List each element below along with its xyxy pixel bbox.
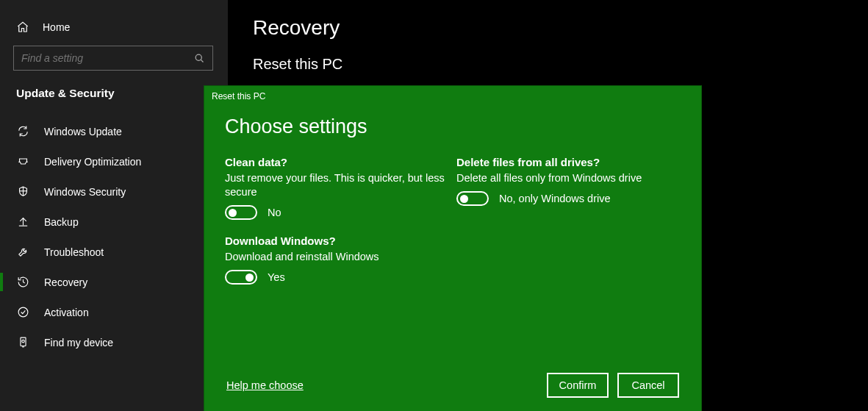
svg-line-1	[201, 60, 203, 62]
wrench-icon	[16, 246, 29, 258]
option-title: Download Windows?	[225, 235, 449, 247]
sidebar-item-find-my-device[interactable]: Find my device	[0, 327, 228, 357]
delivery-icon	[16, 155, 29, 168]
svg-point-8	[21, 340, 24, 343]
clean-data-toggle[interactable]	[225, 205, 257, 220]
sidebar-item-backup[interactable]: Backup	[0, 207, 228, 237]
sidebar-item-troubleshoot[interactable]: Troubleshoot	[0, 237, 228, 267]
shield-icon	[16, 185, 29, 198]
sidebar-item-label: Delivery Optimization	[44, 156, 141, 168]
svg-point-0	[196, 54, 201, 60]
sidebar-item-activation[interactable]: Activation	[0, 297, 228, 327]
sidebar-item-label: Troubleshoot	[44, 246, 104, 258]
option-title: Clean data?	[225, 156, 449, 168]
sidebar-item-recovery[interactable]: Recovery	[0, 267, 228, 297]
download-windows-toggle[interactable]	[225, 270, 257, 285]
sidebar-item-windows-security[interactable]: Windows Security	[0, 176, 228, 207]
search-field[interactable]	[21, 52, 194, 64]
option-clean-data: Clean data? Just remove your files. This…	[225, 156, 449, 220]
sidebar-item-label: Windows Update	[44, 126, 122, 137]
backup-icon	[16, 215, 29, 228]
svg-point-6	[18, 307, 28, 317]
option-desc: Download and reinstall Windows	[225, 250, 449, 264]
confirm-button[interactable]: Confirm	[547, 373, 609, 398]
page-title: Recovery	[253, 16, 843, 40]
option-desc: Delete all files only from Windows drive	[456, 171, 681, 185]
location-icon	[16, 336, 29, 349]
sidebar-item-delivery-optimization[interactable]: Delivery Optimization	[0, 146, 228, 176]
dialog-titlebar: Reset this PC	[204, 86, 701, 107]
option-desc: Just remove your files. This is quicker,…	[225, 171, 449, 199]
sidebar-item-home[interactable]: Home	[0, 15, 228, 46]
option-title: Delete files from all drives?	[456, 156, 681, 168]
toggle-value-label: No, only Windows drive	[499, 193, 611, 204]
delete-all-drives-toggle[interactable]	[456, 191, 489, 206]
home-label: Home	[43, 21, 70, 33]
sidebar-nav: Windows Update Delivery Optimization Win…	[0, 116, 228, 357]
sidebar-section-title: Update & Security	[0, 84, 228, 116]
check-circle-icon	[16, 306, 29, 318]
search-icon	[194, 53, 205, 64]
cancel-button[interactable]: Cancel	[617, 373, 679, 398]
sync-icon	[16, 125, 29, 137]
sidebar-item-label: Windows Security	[44, 186, 126, 198]
reset-pc-dialog: Reset this PC Choose settings Clean data…	[204, 86, 701, 411]
help-me-choose-link[interactable]: Help me choose	[226, 379, 304, 391]
sidebar-item-label: Find my device	[44, 337, 113, 349]
option-delete-all-drives: Delete files from all drives? Delete all…	[456, 156, 681, 206]
dialog-heading: Choose settings	[225, 115, 681, 138]
sidebar-item-label: Recovery	[44, 276, 87, 288]
search-input[interactable]	[13, 46, 213, 71]
toggle-value-label: Yes	[268, 271, 285, 283]
toggle-value-label: No	[268, 207, 281, 218]
sidebar-item-label: Backup	[44, 216, 79, 228]
history-icon	[16, 276, 29, 288]
sidebar: Home Update & Security Windows Update	[0, 0, 228, 411]
sidebar-item-windows-update[interactable]: Windows Update	[0, 116, 228, 146]
reset-this-pc-heading: Reset this PC	[253, 56, 843, 73]
svg-rect-7	[20, 337, 25, 346]
home-icon	[16, 21, 29, 34]
sidebar-item-label: Activation	[44, 307, 89, 318]
option-download-windows: Download Windows? Download and reinstall…	[225, 235, 449, 285]
